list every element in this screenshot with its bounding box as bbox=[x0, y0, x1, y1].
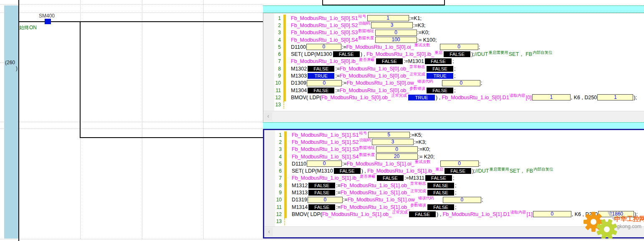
identifier-annotation: 参数错误 bbox=[409, 86, 425, 91]
device-value-box[interactable]: 0 bbox=[308, 197, 343, 203]
bool-monitor-false[interactable]: FALSE bbox=[377, 175, 404, 181]
st-line[interactable]: 9M1303TRUE:=Fb_ModbusRtu_1.io_S[0].ob_正常… bbox=[263, 72, 644, 79]
st-line[interactable]: 13 bbox=[263, 101, 644, 108]
st-line-content: Fb_ModbusRtu_1.io_S[0].S4数据长度100:= K100; bbox=[291, 37, 437, 43]
st-line[interactable]: 8M1312FALSE:=Fb_ModbusRtu_1.io_S[1].ob_异… bbox=[264, 182, 644, 189]
scroll-left-button[interactable]: ‹ bbox=[264, 112, 272, 120]
st-line[interactable]: 6SET( LDP(M1310FALSE) , Fb_ModbusRtu_1.i… bbox=[264, 167, 644, 174]
comment: //DUT bbox=[475, 51, 488, 57]
st-line[interactable]: 7Fb_ModbusRtu_1.io_S[0].ib_是否屏蔽FALSE:=M1… bbox=[263, 58, 644, 65]
st-line[interactable]: 3Fb_ModbusRtu_1.io_S[0].S3数据地址0:=K0; bbox=[263, 29, 644, 36]
bool-monitor-false[interactable]: FALSE bbox=[308, 66, 334, 72]
st-line[interactable]: 10D13090:=Fb_ModbusRtu_1.io_S[0].ow_错误代码… bbox=[263, 80, 644, 87]
code-text: ); bbox=[472, 168, 475, 174]
bool-monitor-false[interactable]: FALSE bbox=[427, 204, 454, 210]
device-value-box[interactable]: 0 bbox=[375, 30, 417, 36]
code-text: M1302 bbox=[291, 66, 307, 72]
device-value-box[interactable]: 0 bbox=[307, 80, 342, 86]
st-line[interactable]: 1Fb_ModbusRtu_1.io_S[0].S1站号1:=K1; bbox=[263, 15, 644, 22]
device-value-box[interactable]: 0 bbox=[306, 44, 341, 50]
bool-monitor-false[interactable]: FALSE bbox=[444, 168, 471, 174]
st-line[interactable]: 3Fb_ModbusRtu_1.io_S[1].S3数据地址0:=K0; bbox=[264, 146, 644, 153]
bool-monitor-true[interactable]: TRUE bbox=[427, 73, 453, 79]
device-value-box[interactable]: 1 bbox=[532, 94, 571, 100]
st-line[interactable]: 12BMOV( LDP(Fb_ModbusRtu_1.io_S[0].ob_正常… bbox=[263, 94, 644, 101]
step-number-line1: (260 bbox=[5, 60, 18, 65]
bool-monitor-true[interactable]: TRUE bbox=[308, 73, 334, 79]
bool-monitor-false[interactable]: FALSE bbox=[444, 51, 470, 57]
st-code-lines: 1Fb_ModbusRtu_1.io_S[0].S1站号1:=K1;2Fb_Mo… bbox=[263, 15, 644, 111]
bool-monitor-false[interactable]: FALSE bbox=[333, 51, 360, 57]
st-line[interactable]: 8M1302FALSE:=Fb_ModbusRtu_1.io_S[0].ob_异… bbox=[263, 65, 644, 72]
scroll-left-button[interactable]: ‹ bbox=[265, 228, 273, 236]
device-value-box[interactable]: 0 bbox=[443, 197, 481, 203]
line-number: 5 bbox=[263, 44, 283, 50]
code-text: ; bbox=[481, 80, 482, 86]
identifier-annotation: 正常完成 bbox=[391, 93, 407, 98]
bool-monitor-false[interactable]: FALSE bbox=[425, 175, 452, 181]
identifier-annotation: 站号 bbox=[359, 15, 366, 19]
device-value-box[interactable]: 5 bbox=[368, 132, 410, 138]
device-value-box[interactable]: 1 bbox=[597, 94, 633, 100]
st-line[interactable]: 7Fb_ModbusRtu_1.io_S[1].ib_是否屏蔽FALSE:=M1… bbox=[264, 175, 644, 182]
st-box-header-bar-1[interactable] bbox=[263, 5, 644, 13]
bool-monitor-false[interactable]: FALSE bbox=[427, 190, 454, 196]
device-value-box[interactable]: 0 bbox=[440, 161, 479, 167]
code-text: := bbox=[335, 66, 340, 72]
code-text: :=K1; bbox=[409, 15, 422, 21]
bool-monitor-true[interactable]: TRUE bbox=[408, 95, 435, 100]
st-line[interactable]: 2Fb_ModbusRtu_1.io_S[0].S2功能码3:=K3; bbox=[263, 22, 644, 29]
device-value-box[interactable]: 0 bbox=[376, 146, 418, 153]
bool-monitor-false[interactable]: FALSE bbox=[308, 204, 335, 210]
identifier: Fb_ModbusRtu_1.io_S[0].S2 bbox=[291, 23, 358, 28]
device-value-box[interactable]: 100 bbox=[375, 37, 417, 43]
st-line[interactable]: 2Fb_ModbusRtu_1.io_S[1].S2功能码3:=K3; bbox=[264, 138, 644, 146]
bool-monitor-false[interactable]: FALSE bbox=[427, 88, 453, 93]
device-value-box[interactable]: 20 bbox=[376, 153, 418, 160]
bool-monitor-false[interactable]: FALSE bbox=[308, 190, 335, 196]
bool-monitor-false[interactable]: FALSE bbox=[376, 58, 403, 64]
device-value-box[interactable]: 1 bbox=[367, 15, 409, 21]
bool-monitor-false[interactable]: FALSE bbox=[334, 168, 361, 174]
st-line[interactable]: 6SET( LDP(M1300FALSE) , Fb_ModbusRtu_1.i… bbox=[263, 50, 644, 58]
device-value-box[interactable]: 0 bbox=[440, 44, 478, 50]
branch-wire-vertical bbox=[80, 21, 81, 138]
bool-monitor-false[interactable]: FALSE bbox=[427, 66, 453, 72]
bool-monitor-false[interactable]: FALSE bbox=[308, 183, 335, 188]
device-value-box[interactable]: 0 bbox=[307, 161, 342, 167]
st-line-content: Fb_ModbusRtu_1.io_S[1].ib_是否屏蔽FALSE:=M13… bbox=[292, 175, 454, 181]
st-inline-block-1[interactable]: 1Fb_ModbusRtu_1.io_S[0].S1站号1:=K1;2Fb_Mo… bbox=[263, 13, 644, 122]
st-line[interactable]: 4Fb_ModbusRtu_1.io_S[0].S4数据长度100:= K100… bbox=[263, 36, 644, 43]
st-line[interactable]: 5D11100:=Fb_ModbusRtu_1.io_S[1].oi_重试次数0… bbox=[264, 160, 644, 167]
code-text: ) , bbox=[437, 211, 443, 217]
st-line[interactable]: 5D11000:=Fb_ModbusRtu_1.io_S[0].oi_重试次数0… bbox=[263, 43, 644, 50]
bool-monitor-false[interactable]: FALSE bbox=[425, 58, 452, 64]
bool-monitor-false[interactable]: FALSE bbox=[308, 88, 334, 93]
comment-annotation: 重启需要用 bbox=[489, 167, 509, 172]
line-number: 13 bbox=[263, 102, 283, 108]
device-value-box[interactable]: 0 bbox=[442, 80, 480, 86]
code-text: D1319 bbox=[292, 197, 307, 203]
st-line[interactable]: 1Fb_ModbusRtu_1.io_S[1].S1站号5:=K5; bbox=[264, 131, 644, 138]
edit-marker bbox=[283, 15, 286, 22]
device-value-box[interactable]: 3 bbox=[372, 139, 414, 145]
bool-monitor-false[interactable]: FALSE bbox=[409, 211, 436, 217]
st-line-content: Fb_ModbusRtu_1.io_S[1].S1站号5:=K5; bbox=[292, 132, 422, 138]
grid-line bbox=[142, 0, 142, 239]
st-line[interactable]: 4Fb_ModbusRtu_1.io_S[1].S4数据长度20:= K20; bbox=[264, 153, 644, 160]
st-line[interactable]: 11M1304FALSE:=Fb_ModbusRtu_1.io_S[0].ob_… bbox=[263, 87, 644, 94]
device-value-box[interactable]: 0 bbox=[533, 211, 571, 217]
identifier-annotation: 异常标志 bbox=[410, 181, 426, 186]
st-line[interactable]: 10D13190:=Fb_ModbusRtu_1.io_S[1].ow_错误代码… bbox=[264, 196, 644, 203]
contact-on-indicator[interactable] bbox=[45, 19, 51, 24]
device-value-box[interactable]: 3 bbox=[371, 22, 413, 28]
code-text: BMOV( LDP( bbox=[291, 95, 321, 100]
code-text: :=M1301 bbox=[404, 58, 424, 64]
grid-line bbox=[203, 0, 204, 239]
code-text: :=K0; bbox=[417, 30, 430, 35]
horizontal-scrollbar[interactable]: ‹ bbox=[263, 111, 644, 122]
st-line[interactable]: 9M1313FALSE:=Fb_ModbusRtu_1.io_S[1].ob_正… bbox=[264, 189, 644, 196]
code-text: ; bbox=[454, 88, 455, 93]
st-box-header-bar-2[interactable] bbox=[263, 122, 644, 129]
bool-monitor-false[interactable]: FALSE bbox=[427, 183, 454, 188]
